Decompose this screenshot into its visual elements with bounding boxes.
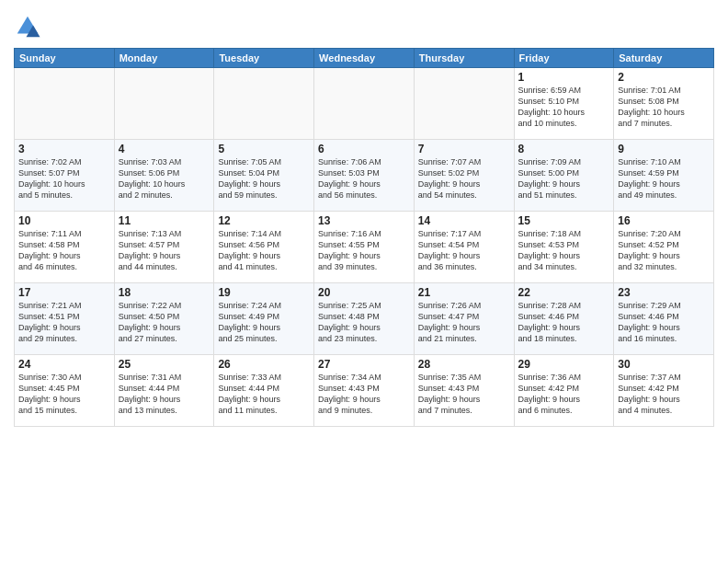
day-number: 21 [418, 286, 510, 299]
day-number: 15 [518, 214, 610, 227]
day-info: Sunrise: 7:01 AM Sunset: 5:08 PM Dayligh… [618, 85, 710, 130]
day-number: 3 [18, 143, 110, 155]
calendar-cell: 28Sunrise: 7:35 AM Sunset: 4:43 PM Dayli… [414, 355, 514, 427]
calendar-cell: 17Sunrise: 7:21 AM Sunset: 4:51 PM Dayli… [15, 283, 115, 355]
calendar-week-3: 17Sunrise: 7:21 AM Sunset: 4:51 PM Dayli… [15, 283, 714, 355]
calendar-header-saturday: Saturday [614, 49, 714, 68]
calendar-cell: 9Sunrise: 7:10 AM Sunset: 4:59 PM Daylig… [614, 140, 714, 212]
day-info: Sunrise: 7:33 AM Sunset: 4:44 PM Dayligh… [218, 372, 310, 417]
day-info: Sunrise: 7:22 AM Sunset: 4:50 PM Dayligh… [119, 300, 210, 345]
calendar-cell: 14Sunrise: 7:17 AM Sunset: 4:54 PM Dayli… [414, 212, 514, 283]
day-info: Sunrise: 7:21 AM Sunset: 4:51 PM Dayligh… [18, 300, 110, 345]
day-info: Sunrise: 7:06 AM Sunset: 5:03 PM Dayligh… [318, 156, 410, 201]
day-info: Sunrise: 7:17 AM Sunset: 4:54 PM Dayligh… [418, 228, 510, 273]
calendar-week-4: 24Sunrise: 7:30 AM Sunset: 4:45 PM Dayli… [15, 355, 714, 427]
day-number: 6 [318, 143, 410, 155]
day-number: 7 [418, 143, 510, 155]
day-info: Sunrise: 7:20 AM Sunset: 4:52 PM Dayligh… [618, 228, 710, 273]
day-info: Sunrise: 7:16 AM Sunset: 4:55 PM Dayligh… [318, 228, 410, 273]
day-number: 1 [518, 71, 610, 84]
day-info: Sunrise: 7:11 AM Sunset: 4:58 PM Dayligh… [18, 228, 110, 273]
day-number: 8 [518, 143, 610, 155]
calendar-cell: 3Sunrise: 7:02 AM Sunset: 5:07 PM Daylig… [15, 140, 115, 212]
day-info: Sunrise: 7:25 AM Sunset: 4:48 PM Dayligh… [318, 300, 410, 345]
calendar-cell: 5Sunrise: 7:05 AM Sunset: 5:04 PM Daylig… [214, 140, 314, 212]
day-number: 20 [318, 286, 410, 299]
day-number: 11 [119, 214, 210, 227]
calendar-cell: 22Sunrise: 7:28 AM Sunset: 4:46 PM Dayli… [514, 283, 614, 355]
logo-icon [14, 13, 41, 40]
calendar-header-sunday: Sunday [15, 49, 115, 68]
day-info: Sunrise: 7:18 AM Sunset: 4:53 PM Dayligh… [518, 228, 610, 273]
calendar-cell: 23Sunrise: 7:29 AM Sunset: 4:46 PM Dayli… [614, 283, 714, 355]
day-info: Sunrise: 7:13 AM Sunset: 4:57 PM Dayligh… [119, 228, 210, 273]
calendar-cell [114, 68, 214, 140]
calendar-week-0: 1Sunrise: 6:59 AM Sunset: 5:10 PM Daylig… [15, 68, 714, 140]
day-info: Sunrise: 7:24 AM Sunset: 4:49 PM Dayligh… [218, 300, 310, 345]
day-number: 27 [318, 358, 410, 371]
logo [14, 13, 45, 40]
calendar-cell: 20Sunrise: 7:25 AM Sunset: 4:48 PM Dayli… [314, 283, 415, 355]
day-info: Sunrise: 7:30 AM Sunset: 4:45 PM Dayligh… [18, 372, 110, 417]
calendar-cell [314, 68, 415, 140]
day-number: 18 [119, 286, 210, 299]
day-info: Sunrise: 7:34 AM Sunset: 4:43 PM Dayligh… [318, 372, 410, 417]
calendar-cell: 29Sunrise: 7:36 AM Sunset: 4:42 PM Dayli… [514, 355, 614, 427]
calendar-header-monday: Monday [114, 49, 214, 68]
day-info: Sunrise: 7:14 AM Sunset: 4:56 PM Dayligh… [218, 228, 310, 273]
calendar-header-tuesday: Tuesday [214, 49, 314, 68]
day-number: 5 [218, 143, 310, 155]
calendar-week-2: 10Sunrise: 7:11 AM Sunset: 4:58 PM Dayli… [15, 212, 714, 283]
day-info: Sunrise: 7:10 AM Sunset: 4:59 PM Dayligh… [618, 156, 710, 201]
day-number: 30 [618, 358, 710, 371]
day-number: 24 [18, 358, 110, 371]
day-number: 4 [119, 143, 210, 155]
day-number: 9 [618, 143, 710, 155]
calendar-week-1: 3Sunrise: 7:02 AM Sunset: 5:07 PM Daylig… [15, 140, 714, 212]
calendar-header-wednesday: Wednesday [314, 49, 415, 68]
calendar-cell: 1Sunrise: 6:59 AM Sunset: 5:10 PM Daylig… [514, 68, 614, 140]
calendar-cell: 30Sunrise: 7:37 AM Sunset: 4:42 PM Dayli… [614, 355, 714, 427]
day-info: Sunrise: 7:07 AM Sunset: 5:02 PM Dayligh… [418, 156, 510, 201]
day-info: Sunrise: 7:29 AM Sunset: 4:46 PM Dayligh… [618, 300, 710, 345]
day-number: 13 [318, 214, 410, 227]
calendar-cell: 8Sunrise: 7:09 AM Sunset: 5:00 PM Daylig… [514, 140, 614, 212]
day-number: 12 [218, 214, 310, 227]
day-number: 25 [119, 358, 210, 371]
calendar-cell: 24Sunrise: 7:30 AM Sunset: 4:45 PM Dayli… [15, 355, 115, 427]
day-info: Sunrise: 7:36 AM Sunset: 4:42 PM Dayligh… [518, 372, 610, 417]
day-number: 16 [618, 214, 710, 227]
calendar-cell: 6Sunrise: 7:06 AM Sunset: 5:03 PM Daylig… [314, 140, 415, 212]
day-number: 10 [18, 214, 110, 227]
calendar-header-row: SundayMondayTuesdayWednesdayThursdayFrid… [15, 49, 714, 68]
day-number: 2 [618, 71, 710, 84]
calendar-cell: 12Sunrise: 7:14 AM Sunset: 4:56 PM Dayli… [214, 212, 314, 283]
day-number: 14 [418, 214, 510, 227]
day-number: 17 [18, 286, 110, 299]
calendar-cell [414, 68, 514, 140]
calendar-cell: 7Sunrise: 7:07 AM Sunset: 5:02 PM Daylig… [414, 140, 514, 212]
day-number: 23 [618, 286, 710, 299]
day-number: 22 [518, 286, 610, 299]
day-info: Sunrise: 7:05 AM Sunset: 5:04 PM Dayligh… [218, 156, 310, 201]
day-info: Sunrise: 7:37 AM Sunset: 4:42 PM Dayligh… [618, 372, 710, 417]
day-info: Sunrise: 7:03 AM Sunset: 5:06 PM Dayligh… [119, 156, 210, 201]
day-number: 29 [518, 358, 610, 371]
calendar-cell: 13Sunrise: 7:16 AM Sunset: 4:55 PM Dayli… [314, 212, 415, 283]
day-number: 19 [218, 286, 310, 299]
calendar-cell: 10Sunrise: 7:11 AM Sunset: 4:58 PM Dayli… [15, 212, 115, 283]
calendar: SundayMondayTuesdayWednesdayThursdayFrid… [14, 48, 714, 427]
calendar-header-friday: Friday [514, 49, 614, 68]
day-info: Sunrise: 7:31 AM Sunset: 4:44 PM Dayligh… [119, 372, 210, 417]
day-info: Sunrise: 7:28 AM Sunset: 4:46 PM Dayligh… [518, 300, 610, 345]
day-info: Sunrise: 7:09 AM Sunset: 5:00 PM Dayligh… [518, 156, 610, 201]
calendar-cell: 25Sunrise: 7:31 AM Sunset: 4:44 PM Dayli… [114, 355, 214, 427]
calendar-cell: 2Sunrise: 7:01 AM Sunset: 5:08 PM Daylig… [614, 68, 714, 140]
calendar-cell: 21Sunrise: 7:26 AM Sunset: 4:47 PM Dayli… [414, 283, 514, 355]
day-info: Sunrise: 7:35 AM Sunset: 4:43 PM Dayligh… [418, 372, 510, 417]
calendar-header-thursday: Thursday [414, 49, 514, 68]
calendar-cell: 15Sunrise: 7:18 AM Sunset: 4:53 PM Dayli… [514, 212, 614, 283]
calendar-cell: 4Sunrise: 7:03 AM Sunset: 5:06 PM Daylig… [114, 140, 214, 212]
calendar-cell: 26Sunrise: 7:33 AM Sunset: 4:44 PM Dayli… [214, 355, 314, 427]
day-info: Sunrise: 7:02 AM Sunset: 5:07 PM Dayligh… [18, 156, 110, 201]
